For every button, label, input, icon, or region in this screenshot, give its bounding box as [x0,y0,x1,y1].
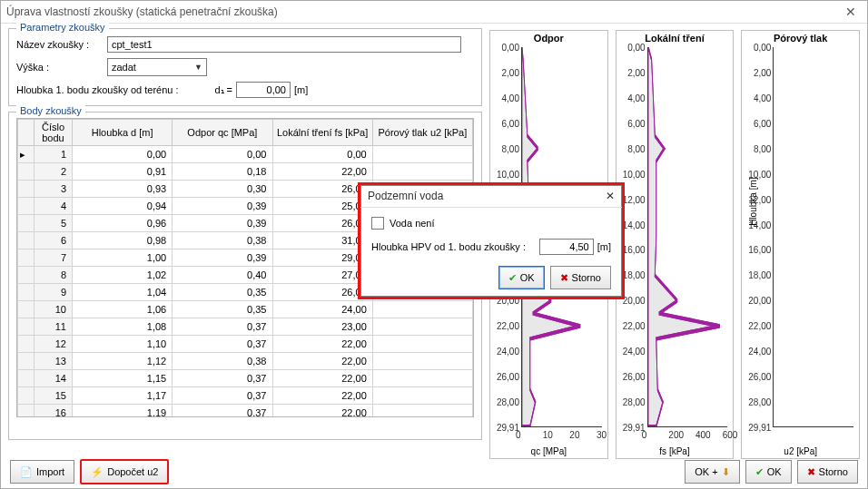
table-row[interactable]: 101,060,3524,00 [18,301,473,318]
chart-Pórový tlak: Pórový tlak0,002,004,006,008,0010,0012,0… [741,30,860,459]
ok-button[interactable]: ✔ OK [745,460,792,484]
chart-Lokální tření: Lokální tření0,002,004,006,008,0010,0012… [616,30,735,459]
dialog-title: Podzemní voda [368,185,443,207]
hpv-depth-input[interactable] [539,239,594,255]
th-loc: Lokální tření fs [kPa] [272,120,372,146]
arrow-down-icon: ⬇ [722,466,730,478]
dialog-ok-button[interactable]: ✔ OK [498,266,545,289]
dopocet-u2-button[interactable]: ⚡ Dopočet u2 [80,459,169,484]
height-select-value: zadat [112,62,136,73]
height-select[interactable]: zadat ▼ [107,58,207,76]
cross-icon: ✖ [560,272,568,284]
no-water-label: Voda není [390,218,435,229]
hpv-depth-label: Hloubka HPV od 1. bodu zkoušky : [371,241,539,252]
window: Úprava vlastností zkoušky (statická pene… [0,0,868,489]
chevron-down-icon: ▼ [194,63,202,72]
ok-plus-button[interactable]: OK + ⬇ [685,460,739,484]
d1-input[interactable] [236,82,291,98]
table-row[interactable]: 131,120,3822,00 [18,353,473,370]
dialog-podzemni-voda: Podzemní voda ✕ Voda není Hloubka HPV od… [358,182,625,299]
check-icon: ✔ [508,272,517,284]
label-depth: Hloubka 1. bodu zkoušky od terénu : [16,84,198,95]
group-title-parametry: Parametry zkoušky [16,22,109,33]
close-icon[interactable]: ✕ [840,1,862,23]
th-no: Číslo bodu [35,120,73,146]
table-row[interactable]: 161,190,3722,00 [18,405,473,418]
table-row[interactable]: 121,100,3722,00 [18,336,473,353]
table-row[interactable]: 151,170,3722,00 [18,387,473,405]
dialog-cancel-button[interactable]: ✖ Storno [550,266,611,289]
th-res: Odpor qc [MPa] [173,120,272,146]
label-d1: d₁ = [198,84,232,96]
table-row[interactable]: 141,150,3722,00 [18,370,473,387]
no-water-checkbox[interactable] [371,217,384,230]
storno-button[interactable]: ✖ Storno [797,460,858,484]
cross-icon: ✖ [807,466,815,478]
group-parametry: Parametry zkoušky Název zkoušky : Výška … [8,28,482,106]
bolt-icon: ⚡ [91,466,104,478]
footer: 📄 Import ⚡ Dopočet u2 OK + ⬇ ✔ OK ✖ Stor… [1,455,867,488]
titlebar: Úprava vlastností zkoušky (statická pene… [1,1,867,24]
group-title-body: Body zkoušky [16,105,85,116]
window-title: Úprava vlastností zkoušky (statická pene… [6,1,278,23]
import-button[interactable]: 📄 Import [10,460,74,484]
check-icon: ✔ [755,466,764,478]
name-input[interactable] [107,36,461,53]
import-icon: 📄 [20,466,33,478]
table-row[interactable]: 111,080,3723,00 [18,318,473,336]
table-row[interactable]: ▸10,000,000,00 [18,146,473,163]
unit-m: [m] [294,84,308,95]
table-row[interactable]: 20,910,1822,00 [18,163,473,181]
th-pore: Pórový tlak u2 [kPa] [372,120,472,146]
th-depth: Hloubka d [m] [73,120,173,146]
hpv-unit: [m] [597,241,611,252]
label-height: Výška : [16,62,107,73]
dialog-close-icon[interactable]: ✕ [606,185,615,207]
label-name: Název zkoušky : [16,39,107,50]
